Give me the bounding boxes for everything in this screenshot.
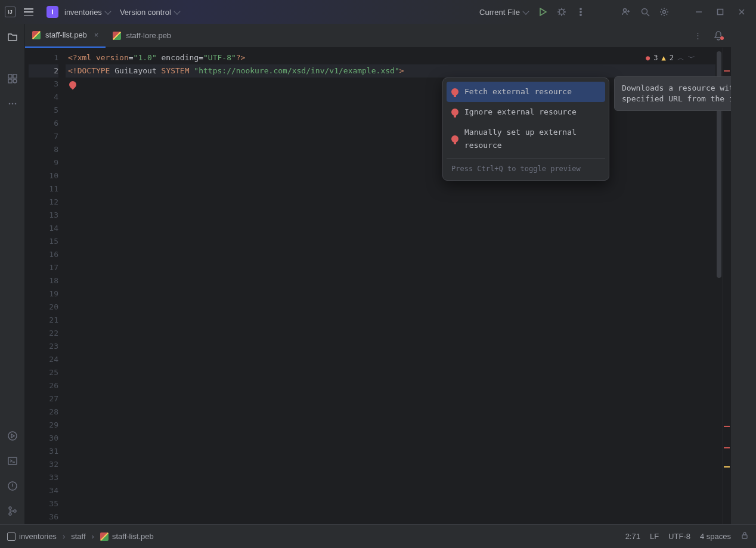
editor[interactable]: 1234567891011121314151617181920212223242… [25, 48, 731, 524]
code-line: <?xml version="1.0" encoding="UTF-8"?> [66, 51, 715, 64]
right-tool-rail [731, 24, 756, 524]
status-bar: inventories › staff › staff-list.peb 2:7… [0, 524, 756, 548]
warning-icon: ▲ [662, 51, 666, 64]
error-stripe[interactable] [723, 48, 731, 524]
intention-item-ignore[interactable]: Ignore external resource [447, 102, 605, 122]
pebble-file-icon [113, 32, 121, 40]
tab-menu-icon[interactable]: ⋮ [689, 31, 706, 40]
pebble-file-icon [32, 31, 41, 39]
notifications-icon[interactable] [706, 30, 731, 41]
chevron-down-icon [522, 8, 529, 14]
bulb-icon [451, 88, 458, 95]
problems-tool-icon[interactable] [4, 478, 21, 494]
code-line: <!DOCTYPE GuiLayout SYSTEM "https://nook… [66, 64, 715, 78]
terminal-tool-icon[interactable] [4, 453, 21, 469]
file-encoding[interactable]: UTF-8 [668, 532, 690, 541]
run-icon[interactable] [534, 4, 551, 20]
app-logo: IJ [5, 7, 16, 17]
svg-point-14 [14, 103, 16, 105]
svg-rect-7 [718, 10, 723, 15]
svg-point-15 [8, 432, 17, 440]
more-icon[interactable] [572, 4, 589, 20]
svg-point-12 [8, 103, 10, 105]
svg-point-0 [559, 10, 564, 14]
doc-tooltip: Downloads a resource with the specified … [614, 76, 731, 111]
svg-rect-21 [742, 535, 747, 538]
chevron-right-icon: › [92, 532, 94, 541]
project-tool-icon[interactable] [4, 29, 21, 45]
chevron-down-icon [173, 8, 180, 14]
notification-badge [720, 36, 724, 40]
inspection-widget[interactable]: ●3 ▲2 ︿ ﹀ [646, 51, 695, 64]
project-dropdown[interactable]: inventories [61, 5, 114, 19]
more-tools-icon[interactable] [4, 95, 21, 112]
module-icon [7, 532, 16, 541]
error-icon: ● [646, 51, 650, 64]
prev-highlight-icon[interactable]: ︿ [677, 51, 684, 64]
popup-hint: Press Ctrl+Q to toggle preview [447, 158, 605, 177]
svg-point-18 [9, 507, 11, 509]
left-tool-rail [0, 24, 25, 524]
indent-config[interactable]: 4 spaces [700, 532, 731, 541]
svg-point-2 [580, 11, 581, 13]
breadcrumb-folder[interactable]: staff [71, 532, 85, 541]
svg-point-1 [580, 8, 581, 10]
svg-point-6 [663, 11, 666, 14]
settings-icon[interactable] [656, 4, 673, 20]
line-gutter: 1234567891011121314151617181920212223242… [25, 48, 66, 524]
vcs-tool-icon[interactable] [4, 503, 21, 519]
bulb-icon [451, 109, 458, 116]
vcs-dropdown[interactable]: Version control [116, 5, 183, 19]
close-tab-icon[interactable]: × [94, 30, 99, 39]
svg-point-11 [13, 79, 17, 83]
project-badge[interactable]: I [47, 6, 58, 18]
maximize-button[interactable] [711, 4, 730, 20]
vertical-scrollbar[interactable] [715, 48, 723, 524]
editor-tabs: staff-list.peb × staff-lore.peb ⋮ [25, 24, 731, 48]
close-button[interactable] [732, 4, 751, 20]
readonly-lock-icon[interactable] [740, 531, 749, 541]
svg-rect-10 [8, 79, 12, 83]
svg-rect-8 [8, 75, 12, 78]
tab-staff-list[interactable]: staff-list.peb × [25, 24, 106, 48]
svg-point-4 [624, 9, 627, 12]
svg-point-5 [642, 9, 647, 14]
titlebar: IJ I inventories Version control Current… [0, 0, 756, 24]
svg-point-20 [14, 510, 16, 512]
pebble-file-icon [100, 532, 109, 541]
breadcrumb-file[interactable]: staff-list.peb [112, 532, 154, 541]
run-config-dropdown[interactable]: Current File [476, 5, 532, 19]
bulb-icon [451, 135, 458, 143]
main-menu-icon[interactable] [24, 8, 33, 16]
tab-staff-lore[interactable]: staff-lore.peb [106, 24, 178, 48]
caret-position[interactable]: 2:71 [625, 532, 640, 541]
intention-bulb-icon[interactable] [68, 79, 78, 89]
svg-point-3 [580, 14, 581, 16]
svg-rect-9 [13, 75, 17, 78]
structure-tool-icon[interactable] [4, 70, 21, 87]
search-icon[interactable] [637, 4, 653, 20]
debug-icon[interactable] [553, 4, 570, 20]
next-highlight-icon[interactable]: ﹀ [688, 51, 695, 64]
breadcrumb-root[interactable]: inventories [19, 532, 57, 541]
services-tool-icon[interactable] [4, 428, 21, 444]
code-with-me-icon[interactable] [618, 4, 634, 20]
line-separator[interactable]: LF [650, 532, 659, 541]
minimize-button[interactable] [689, 4, 708, 20]
chevron-down-icon [104, 8, 111, 14]
intention-item-manual[interactable]: Manually set up external resource [447, 122, 605, 156]
svg-point-13 [11, 103, 13, 105]
chevron-right-icon: › [63, 532, 65, 541]
intention-popup: Fetch external resource Ignore external … [442, 78, 609, 181]
intention-item-fetch[interactable]: Fetch external resource [447, 82, 605, 102]
svg-point-19 [9, 513, 11, 515]
